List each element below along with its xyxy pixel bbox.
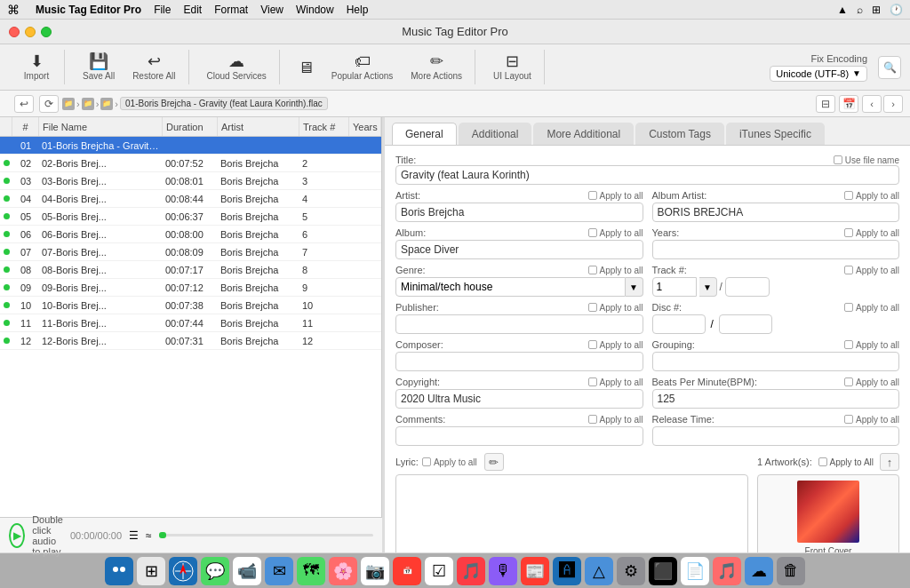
table-row[interactable]: 09 09-Boris Brej... 00:07:12 Boris Brejc… (0, 279, 381, 297)
popular-actions-button[interactable]: 🏷 Popular Actions (324, 50, 401, 84)
more-actions-button[interactable]: ✏ More Actions (403, 50, 469, 84)
bpm-input[interactable] (652, 389, 900, 409)
file-list-body[interactable]: 01 01-Boris Brejcha - Gravity (feat Laur… (0, 137, 381, 529)
composer-input[interactable] (395, 352, 643, 371)
table-row[interactable]: 04 04-Boris Brej... 00:08:44 Boris Brejc… (0, 190, 381, 208)
app-menu-name[interactable]: Music Tag Editor Pro (36, 4, 141, 16)
track-dropdown-button[interactable]: ▼ (699, 277, 717, 297)
composer-checkbox[interactable] (588, 340, 597, 349)
lyric-checkbox[interactable] (422, 457, 431, 466)
dock-preview-icon[interactable]: 📄 (681, 557, 709, 585)
dock-podcasts-icon[interactable]: 🎙 (489, 557, 517, 585)
genre-apply-check[interactable]: Apply to all (588, 266, 643, 275)
dock-messages-icon[interactable]: 💬 (201, 557, 229, 585)
publisher-checkbox[interactable] (588, 303, 597, 312)
tab-more-additional[interactable]: More Additional (533, 123, 634, 145)
genre-input[interactable] (395, 277, 626, 297)
album-artist-input[interactable] (652, 203, 900, 222)
dock-reminders-icon[interactable]: ☑ (425, 557, 453, 585)
use-filename-check[interactable]: Use file name (834, 155, 899, 165)
artwork-apply-check[interactable]: Apply to All ↑ (818, 453, 899, 471)
dock-musictag-icon[interactable]: 🎵 (713, 557, 741, 585)
copyright-checkbox[interactable] (588, 377, 597, 386)
import-button[interactable]: ⬇ Import (14, 50, 59, 84)
release-time-checkbox[interactable] (844, 415, 853, 424)
publisher-apply-check[interactable]: Apply to all (588, 303, 643, 313)
genre-checkbox[interactable] (588, 266, 597, 274)
ui-layout-button[interactable]: ⊟ UI Layout (486, 50, 539, 84)
tab-itunes-specific[interactable]: iTunes Specific (726, 123, 825, 145)
menu-edit[interactable]: Edit (183, 4, 202, 16)
reload-icon-btn[interactable]: ⟳ (39, 95, 59, 113)
screen-icon-btn[interactable]: 🖥 (291, 56, 321, 79)
artwork-apply-checkbox[interactable] (818, 457, 827, 466)
artist-input[interactable] (395, 203, 643, 222)
player-progress-handle[interactable] (159, 532, 166, 538)
dock-launchpad-icon[interactable]: ⊞ (137, 557, 165, 585)
lyric-apply-check[interactable]: Apply to all (422, 457, 477, 467)
menu-window[interactable]: Window (296, 4, 334, 16)
menu-format[interactable]: Format (214, 4, 248, 16)
table-row[interactable]: 12 12-Boris Brej... 00:07:31 Boris Brejc… (0, 332, 381, 350)
nav-prev-button[interactable]: ‹ (862, 95, 882, 113)
comments-apply-check[interactable]: Apply to all (588, 415, 643, 425)
genre-dropdown-button[interactable]: ▼ (626, 277, 643, 297)
grouping-input[interactable] (652, 352, 900, 371)
table-row[interactable]: 10 10-Boris Brej... 00:07:38 Boris Brejc… (0, 297, 381, 314)
dock-news-icon[interactable]: 📰 (521, 557, 549, 585)
close-button[interactable] (9, 27, 20, 37)
use-filename-checkbox[interactable] (834, 155, 842, 164)
cloud-services-button[interactable]: ☁ Cloud Services (200, 50, 274, 84)
table-row[interactable]: 02 02-Boris Brej... 00:07:52 Boris Brejc… (0, 155, 381, 172)
back-icon-btn[interactable]: ↩ (14, 95, 34, 113)
table-row[interactable]: 11 11-Boris Brej... 00:07:44 Boris Brejc… (0, 314, 381, 332)
disc-input[interactable] (652, 314, 706, 334)
encoding-selector[interactable]: Unicode (UTF-8) ▼ (770, 66, 867, 82)
artist-checkbox[interactable] (588, 191, 597, 200)
dock-mail-icon[interactable]: ✉ (265, 557, 293, 585)
table-row[interactable]: 01 01-Boris Brejcha - Gravity (feat Laur… (0, 137, 381, 155)
maximize-button[interactable] (41, 27, 52, 37)
table-row[interactable]: 05 05-Boris Brej... 00:06:37 Boris Brejc… (0, 208, 381, 226)
restore-all-button[interactable]: ↩ Restore All (125, 50, 182, 84)
table-row[interactable]: 08 08-Boris Brej... 00:07:17 Boris Brejc… (0, 261, 381, 279)
grouping-checkbox[interactable] (844, 340, 853, 349)
track-total-input[interactable] (725, 277, 770, 297)
tab-additional[interactable]: Additional (459, 123, 532, 145)
copyright-input[interactable] (395, 389, 643, 409)
album-artist-apply-check[interactable]: Apply to all (844, 191, 899, 201)
menu-file[interactable]: File (154, 4, 171, 16)
columns-icon-btn[interactable]: ⊟ (816, 95, 835, 113)
lyric-textarea[interactable] (395, 474, 748, 552)
dock-photos-icon[interactable]: 🌸 (329, 557, 357, 585)
dock-calendar-icon[interactable]: 📅 (393, 557, 421, 585)
disc-total-input[interactable] (719, 314, 772, 334)
artist-apply-check[interactable]: Apply to all (588, 191, 643, 201)
save-all-button[interactable]: 💾 Save All (76, 50, 122, 84)
dock-facetime-icon[interactable]: 📹 (233, 557, 261, 585)
menu-help[interactable]: Help (347, 4, 369, 16)
apple-menu[interactable]: ⌘ (7, 3, 20, 17)
track-checkbox[interactable] (844, 266, 853, 274)
col-track-header[interactable]: Track # (299, 117, 349, 136)
release-time-input[interactable] (652, 426, 900, 446)
dock-appstore-icon[interactable]: 🅰 (553, 557, 581, 585)
dock-settings-icon[interactable]: ⚙ (617, 557, 645, 585)
lyric-edit-button[interactable]: ✏ (484, 453, 504, 471)
title-input[interactable] (395, 165, 899, 185)
menu-view[interactable]: View (260, 4, 283, 16)
dock-facetime2-icon[interactable]: 📷 (361, 557, 389, 585)
col-years-header[interactable]: Years (349, 117, 381, 136)
player-list-icon[interactable]: ☰ (129, 529, 139, 542)
player-waveform-icon[interactable]: ≈ (146, 529, 152, 542)
disc-apply-check[interactable]: Apply to all (844, 303, 899, 313)
album-checkbox[interactable] (588, 228, 597, 237)
dock-terminal-icon[interactable]: ⬛ (649, 557, 677, 585)
years-input[interactable] (652, 240, 900, 259)
composer-apply-check[interactable]: Apply to all (588, 340, 643, 350)
tab-custom-tags[interactable]: Custom Tags (635, 123, 724, 145)
dock-maps2-icon[interactable]: △ (585, 557, 613, 585)
album-artist-checkbox[interactable] (844, 191, 853, 200)
dock-finder-icon[interactable] (105, 557, 133, 585)
dock-safari-icon[interactable] (169, 557, 197, 585)
